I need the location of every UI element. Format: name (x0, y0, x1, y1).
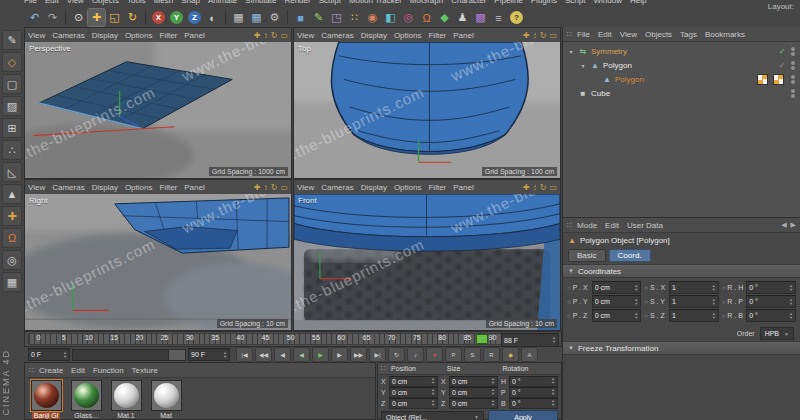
field-s-y[interactable]: 1▲▼ (669, 295, 719, 308)
main-menu-animate[interactable]: Animate (208, 0, 237, 5)
field-y[interactable]: 0 cm▲▼ (389, 387, 438, 398)
timeline-playhead[interactable] (476, 334, 488, 344)
boole-icon[interactable]: ◉ (364, 9, 381, 26)
field-r-p[interactable]: 0 °▲▼ (746, 295, 796, 308)
main-menu-render[interactable]: Render (284, 0, 310, 5)
volume-icon[interactable]: ▩ (472, 9, 489, 26)
viewport-canvas[interactable]: www.the-blueprints.com www.the-blueprint… (294, 194, 560, 330)
key-scale-button[interactable]: S (464, 347, 481, 362)
main-menu-window[interactable]: Window (593, 0, 621, 5)
animation-dot-icon[interactable]: ○ (567, 313, 571, 319)
subdivision-surface-icon[interactable]: ◳ (328, 9, 345, 26)
viewport-canvas[interactable]: www.the-blueprints.com www.the-blueprint… (25, 194, 291, 330)
animation-dot-icon[interactable]: ○ (722, 313, 726, 319)
freeze-section-header[interactable]: ▼ Freeze Transformation (563, 341, 800, 355)
render-settings-icon[interactable]: ⚙ (266, 9, 283, 26)
material-glass[interactable]: Glass... (69, 380, 103, 419)
loop-button[interactable]: ↻ (388, 347, 405, 362)
viewport-menu-options[interactable]: Options (125, 31, 153, 40)
main-menu-character[interactable]: Character (451, 0, 486, 5)
expander-icon[interactable]: ▾ (579, 62, 587, 69)
record-button[interactable]: ● (426, 347, 443, 362)
viewport-menu-panel[interactable]: Panel (453, 31, 473, 40)
viewport-canvas[interactable]: www.the-blueprints.com www.the-blueprint… (294, 42, 560, 178)
materials-menu-create[interactable]: Create (39, 366, 63, 375)
spline-pen-icon[interactable]: ✎ (2, 30, 22, 50)
key-position-button[interactable]: P (445, 347, 462, 362)
main-menu-tools[interactable]: Tools (127, 0, 146, 5)
enable-check-icon[interactable]: ✓ (778, 61, 786, 70)
object-row-symmetry[interactable]: ▾⇆Symmetry✓ (563, 44, 800, 58)
slider-handle[interactable] (168, 350, 185, 360)
power-slider[interactable] (72, 349, 186, 361)
redo-icon[interactable]: ↷ (44, 9, 61, 26)
viewport-top[interactable]: ViewCamerasDisplayOptionsFilterPanel✚↕↻▭… (293, 27, 561, 179)
animation-dot-icon[interactable]: ○ (567, 299, 571, 305)
goto-start-button[interactable]: |◀ (236, 347, 253, 362)
viewport-menu-cameras[interactable]: Cameras (52, 31, 84, 40)
object-manager-menu-view[interactable]: View (620, 30, 637, 39)
material-banji-gl[interactable]: Banji Gl (29, 380, 63, 419)
coordinate-system-icon[interactable]: ◐ (204, 9, 221, 26)
expander-icon[interactable]: ▾ (567, 48, 575, 55)
viewport-menu-view[interactable]: View (28, 183, 45, 192)
range-end-field[interactable]: 90 F ▲▼ (188, 348, 230, 361)
toggle-view-icon[interactable]: ▭ (280, 183, 288, 192)
animation-dot-icon[interactable]: ○ (644, 285, 648, 291)
rotate-view-icon[interactable]: ↻ (540, 31, 547, 40)
visibility-dots-icon[interactable] (789, 61, 796, 70)
material-mat[interactable]: Mat (149, 380, 183, 419)
previous-frame-button[interactable]: ◀ (274, 347, 291, 362)
main-menu-file[interactable]: File (24, 0, 37, 5)
object-row-cube[interactable]: ■Cube (563, 86, 800, 100)
texture-tag-icon[interactable] (773, 74, 784, 85)
script-icon[interactable]: ≡ (490, 9, 507, 26)
visibility-dots-icon[interactable] (789, 47, 796, 56)
animation-dot-icon[interactable]: ○ (722, 285, 726, 291)
rotate-view-icon[interactable]: ↻ (540, 183, 547, 192)
key-rotation-button[interactable]: R (483, 347, 500, 362)
enable-axis-icon[interactable]: ✚ (2, 206, 22, 226)
play-button[interactable]: ▶ (312, 347, 329, 362)
magnet-snap-icon[interactable]: Ω (2, 228, 22, 248)
main-menu-simulate[interactable]: Simulate (245, 0, 276, 5)
field-h[interactable]: 0 °▲▼ (509, 376, 558, 387)
viewport-menu-display[interactable]: Display (92, 31, 118, 40)
viewport-front[interactable]: ViewCamerasDisplayOptionsFilterPanel✚↕↻▭ (293, 179, 561, 331)
make-editable-icon[interactable]: ◇ (2, 52, 22, 72)
viewport-menu-cameras[interactable]: Cameras (321, 31, 353, 40)
object-manager-menu-tags[interactable]: Tags (680, 30, 697, 39)
main-menu-edit[interactable]: Edit (45, 0, 59, 5)
apply-button[interactable]: Apply (488, 410, 558, 420)
next-frame-button[interactable]: ▶ (331, 347, 348, 362)
play-backwards-button[interactable]: ◀ (293, 347, 310, 362)
attributes-menu-user-data[interactable]: User Data (627, 221, 663, 230)
history-forward-icon[interactable]: ▶ (791, 221, 796, 229)
viewport-menu-panel[interactable]: Panel (184, 183, 204, 192)
field-r-h[interactable]: 0 °▲▼ (746, 281, 796, 294)
object-manager-menu-file[interactable]: File (577, 30, 590, 39)
materials-menu-function[interactable]: Function (93, 366, 124, 375)
field-z[interactable]: 0 cm▲▼ (389, 398, 438, 409)
viewport-menu-panel[interactable]: Panel (453, 183, 473, 192)
pan-view-icon[interactable]: ✚ (523, 31, 530, 40)
help-icon[interactable]: ? (510, 11, 523, 24)
viewport-menu-view[interactable]: View (297, 183, 314, 192)
viewport-menu-options[interactable]: Options (394, 31, 422, 40)
field-r-b[interactable]: 0 °▲▼ (746, 309, 796, 322)
deformer-icon[interactable]: ◧ (382, 9, 399, 26)
edges-mode-icon[interactable]: ◺ (2, 162, 22, 182)
zoom-view-icon[interactable]: ↕ (264, 31, 268, 40)
viewport-menu-options[interactable]: Options (125, 183, 153, 192)
lock-z-axis-icon[interactable]: Z (188, 11, 201, 24)
render-picture-viewer-icon[interactable]: ▦ (248, 9, 265, 26)
animation-dot-icon[interactable]: ○ (644, 313, 648, 319)
undo-icon[interactable]: ↶ (26, 9, 43, 26)
mograph-icon[interactable]: ◆ (436, 9, 453, 26)
next-key-button[interactable]: ▶▶ (350, 347, 367, 362)
move-tool-icon[interactable]: ✚ (88, 9, 105, 26)
toggle-view-icon[interactable]: ▭ (549, 183, 557, 192)
rotate-view-icon[interactable]: ↻ (271, 31, 278, 40)
viewport-menu-cameras[interactable]: Cameras (321, 183, 353, 192)
main-menu-script[interactable]: Script (565, 0, 585, 5)
